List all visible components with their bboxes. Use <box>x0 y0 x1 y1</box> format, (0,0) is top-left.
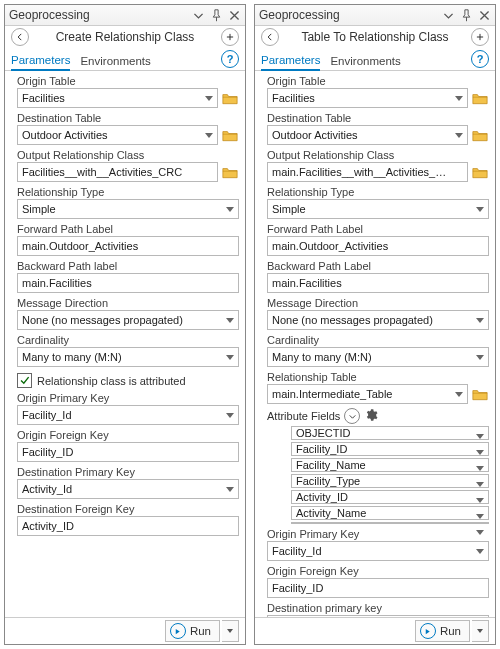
field-origin-table: Origin Table Facilities <box>261 75 489 108</box>
field-message-direction: Message Direction None (no messages prop… <box>261 297 489 330</box>
destination-primary-key-select[interactable]: Activity_Id <box>267 615 489 617</box>
help-icon[interactable]: ? <box>221 50 239 68</box>
tool-name: Create Relationship Class <box>33 30 217 44</box>
parameters-body: Origin Table Facilities Destination Tabl… <box>255 71 495 617</box>
field-attributed-checkbox: Relationship class is attributed <box>11 371 239 392</box>
tabs: Parameters Environments ? <box>255 48 495 71</box>
back-button[interactable] <box>261 28 279 46</box>
run-dropdown[interactable] <box>222 620 239 642</box>
backward-path-input[interactable]: main.Facilities <box>17 273 239 293</box>
attribute-field-item[interactable]: Activity_Name <box>291 506 489 520</box>
cardinality-select[interactable]: Many to many (M:N) <box>267 347 489 367</box>
cardinality-select[interactable]: Many to many (M:N) <box>17 347 239 367</box>
attribute-field-item[interactable]: Facility_Type <box>291 474 489 488</box>
destination-foreign-key-input[interactable]: Activity_ID <box>17 516 239 536</box>
attribute-field-item[interactable]: Facility_ID <box>291 442 489 456</box>
attributed-checkbox[interactable] <box>17 373 32 388</box>
attribute-field-item[interactable]: OBJECTID <box>291 426 489 440</box>
attribute-field-item[interactable]: Activity_ID <box>291 490 489 504</box>
tab-parameters[interactable]: Parameters <box>11 54 70 71</box>
field-destination-primary-key: Destination primary key Activity_Id <box>261 602 489 617</box>
browse-icon[interactable] <box>221 89 239 107</box>
origin-table-select[interactable]: Facilities <box>17 88 218 108</box>
play-icon <box>170 623 186 639</box>
field-relationship-type: Relationship Type Simple <box>11 186 239 219</box>
tab-environments[interactable]: Environments <box>330 55 400 70</box>
field-relationship-type: Relationship Type Simple <box>261 186 489 219</box>
field-destination-table: Destination Table Outdoor Activities <box>11 112 239 145</box>
attributed-label: Relationship class is attributed <box>37 375 186 387</box>
backward-path-input[interactable]: main.Facilities <box>267 273 489 293</box>
attribute-field-item[interactable] <box>291 522 489 524</box>
origin-primary-key-select[interactable]: Facility_Id <box>17 405 239 425</box>
run-button[interactable]: Run <box>415 620 470 642</box>
pin-icon[interactable] <box>210 9 223 22</box>
destination-table-select[interactable]: Outdoor Activities <box>267 125 468 145</box>
destination-table-select[interactable]: Outdoor Activities <box>17 125 218 145</box>
pane-title: Geoprocessing <box>259 8 442 22</box>
tab-environments[interactable]: Environments <box>80 55 150 70</box>
browse-icon[interactable] <box>471 89 489 107</box>
field-relationship-table: Relationship Table main.Intermediate_Tab… <box>261 371 489 404</box>
browse-icon[interactable] <box>471 126 489 144</box>
relationship-table-select[interactable]: main.Intermediate_Table <box>267 384 468 404</box>
field-destination-primary-key: Destination Primary Key Activity_Id <box>11 466 239 499</box>
browse-icon[interactable] <box>471 163 489 181</box>
field-cardinality: Cardinality Many to many (M:N) <box>261 334 489 367</box>
add-button[interactable] <box>471 28 489 46</box>
play-icon <box>420 623 436 639</box>
parameters-body: Origin Table Facilities Destination Tabl… <box>5 71 245 617</box>
pane-create-relationship: Geoprocessing Create Relationship Class … <box>4 4 246 645</box>
close-icon[interactable] <box>478 9 491 22</box>
field-cardinality: Cardinality Many to many (M:N) <box>11 334 239 367</box>
browse-icon[interactable] <box>471 385 489 403</box>
pane-header: Geoprocessing <box>5 5 245 26</box>
pin-icon[interactable] <box>460 9 473 22</box>
tool-name: Table To Relationship Class <box>283 30 467 44</box>
relationship-type-select[interactable]: Simple <box>267 199 489 219</box>
field-origin-table: Origin Table Facilities <box>11 75 239 108</box>
field-forward-path-label: Forward Path Label main.Outdoor_Activiti… <box>11 223 239 256</box>
forward-path-input[interactable]: main.Outdoor_Activities <box>267 236 489 256</box>
attribute-field-item[interactable]: Facility_Name <box>291 458 489 472</box>
browse-icon[interactable] <box>221 126 239 144</box>
pane-table-to-relationship: Geoprocessing Table To Relationship Clas… <box>254 4 496 645</box>
origin-primary-key-select[interactable]: Facility_Id <box>267 541 489 561</box>
output-rel-class-input[interactable]: Facilities__with__Activities_CRC <box>17 162 218 182</box>
help-icon[interactable]: ? <box>471 50 489 68</box>
field-origin-primary-key: Origin Primary Key Facility_Id <box>261 528 489 561</box>
field-attribute-fields: Attribute Fields OBJECTIDFacility_IDFaci… <box>261 408 489 524</box>
field-origin-primary-key: Origin Primary Key Facility_Id <box>11 392 239 425</box>
message-direction-select[interactable]: None (no messages propagated) <box>267 310 489 330</box>
attribute-fields-label: Attribute Fields <box>267 410 340 422</box>
options-icon[interactable] <box>192 9 205 22</box>
destination-primary-key-select[interactable]: Activity_Id <box>17 479 239 499</box>
gear-icon[interactable] <box>364 408 378 424</box>
tab-parameters[interactable]: Parameters <box>261 54 320 71</box>
back-button[interactable] <box>11 28 29 46</box>
close-icon[interactable] <box>228 9 241 22</box>
chevron-down-icon[interactable] <box>344 408 360 424</box>
forward-path-input[interactable]: main.Outdoor_Activities <box>17 236 239 256</box>
options-icon[interactable] <box>442 9 455 22</box>
field-backward-path-label: Backward Path Label main.Facilities <box>261 260 489 293</box>
add-button[interactable] <box>221 28 239 46</box>
relationship-type-select[interactable]: Simple <box>17 199 239 219</box>
output-rel-class-input[interactable]: main.Facilities__with__Activities_TTRC <box>267 162 468 182</box>
origin-foreign-key-input[interactable]: Facility_ID <box>17 442 239 462</box>
browse-icon[interactable] <box>221 163 239 181</box>
pane-title: Geoprocessing <box>9 8 192 22</box>
field-destination-foreign-key: Destination Foreign Key Activity_ID <box>11 503 239 536</box>
origin-foreign-key-input[interactable]: Facility_ID <box>267 578 489 598</box>
field-origin-foreign-key: Origin Foreign Key Facility_ID <box>11 429 239 462</box>
run-dropdown[interactable] <box>472 620 489 642</box>
origin-table-select[interactable]: Facilities <box>267 88 468 108</box>
field-message-direction: Message Direction None (no messages prop… <box>11 297 239 330</box>
field-origin-foreign-key: Origin Foreign Key Facility_ID <box>261 565 489 598</box>
pane-header: Geoprocessing <box>255 5 495 26</box>
run-button[interactable]: Run <box>165 620 220 642</box>
message-direction-select[interactable]: None (no messages propagated) <box>17 310 239 330</box>
field-destination-table: Destination Table Outdoor Activities <box>261 112 489 145</box>
tabs: Parameters Environments ? <box>5 48 245 71</box>
field-backward-path-label: Backward Path label main.Facilities <box>11 260 239 293</box>
